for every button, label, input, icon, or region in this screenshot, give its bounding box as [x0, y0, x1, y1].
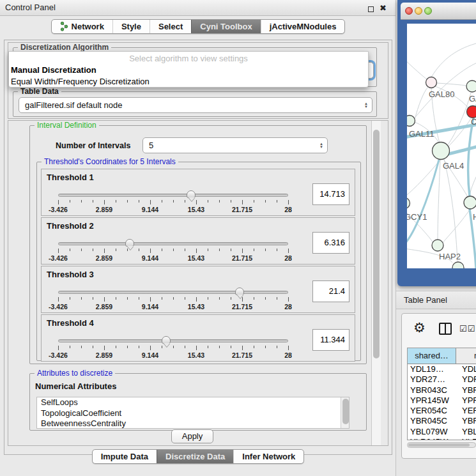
apply-button[interactable]: Apply — [171, 429, 213, 443]
slider-tick — [208, 297, 208, 300]
slider-tick — [139, 249, 139, 251]
slider-tick — [93, 346, 93, 348]
threshold-2-label: Threshold 2 — [47, 221, 94, 231]
slider-tick — [104, 200, 105, 204]
slider-tick — [81, 346, 82, 348]
slider-tick — [277, 297, 277, 300]
slider-tick — [196, 346, 197, 350]
table-row[interactable]: YDR27…YDR2 — [408, 374, 476, 385]
numerical-attributes-list[interactable]: SelfLoops TopologicalCoefficient Between… — [36, 397, 349, 429]
slider-tick — [127, 297, 128, 300]
tab-network[interactable]: Network — [52, 20, 112, 33]
table-row[interactable]: YBL079WYBL0 — [408, 427, 476, 437]
tab-style[interactable]: Style — [112, 20, 150, 33]
slider-tick — [150, 297, 151, 302]
slider-tick — [70, 249, 70, 251]
network-node[interactable] — [433, 142, 450, 160]
list-item[interactable]: SelfLoops — [37, 397, 349, 408]
threshold-1-value-field[interactable]: 14.713 — [312, 183, 349, 205]
slider-thumb[interactable] — [235, 288, 244, 295]
slider-tick — [196, 200, 197, 204]
slider-scale-label: 21.715 — [232, 254, 252, 262]
float-window-icon[interactable] — [368, 6, 374, 12]
slider-thumb[interactable] — [162, 336, 171, 344]
table-row[interactable]: YLR345WYLR3 — [408, 437, 476, 440]
tab-discretize-data[interactable]: Discretize Data — [157, 450, 233, 463]
minimize-traffic-light-icon[interactable] — [415, 7, 422, 15]
network-node[interactable] — [426, 77, 437, 88]
checkbox-icons[interactable]: ☑☑ — [459, 324, 475, 334]
threshold-4-value-field[interactable]: 11.344 — [312, 329, 349, 351]
network-canvas[interactable]: GAL80 GA C GAL11 GAL4 GCY1 H HAP2 — [407, 24, 476, 268]
column-header-name[interactable]: n — [456, 348, 476, 364]
threshold-4-panel: Threshold 4 -3.4262.8599.14415.4321.7152… — [41, 314, 355, 362]
control-panel-titlebar: Control Panel ✖ — [0, 0, 395, 16]
zoom-traffic-light-icon[interactable] — [424, 7, 432, 15]
gear-icon[interactable]: ⚙ — [413, 320, 426, 335]
tab-cyni-toolbox[interactable]: Cyni Toolbox — [191, 20, 260, 33]
slider-tick — [104, 346, 105, 350]
slider-thumb[interactable] — [187, 190, 196, 198]
node-label: GAL80 — [429, 89, 454, 99]
close-icon[interactable]: ✖ — [380, 3, 387, 13]
table-row[interactable]: YDL19…YDL1 — [408, 364, 476, 374]
threshold-3-slider[interactable] — [58, 291, 288, 294]
slider-tick — [208, 346, 208, 348]
list-item[interactable]: BetweennessCentrality — [37, 418, 349, 429]
slider-tick — [70, 200, 70, 203]
table-row[interactable]: YER054CYER0 — [408, 406, 476, 416]
algorithm-option-manual[interactable]: Manual Discretization — [9, 65, 368, 76]
slider-tick — [58, 346, 59, 350]
scrollbar-thumb[interactable] — [373, 130, 380, 358]
list-scrollbar[interactable] — [341, 397, 349, 428]
algorithm-option-equal-width[interactable]: Equal Width/Frequency Discretization — [9, 76, 368, 88]
tab-infer-network[interactable]: Infer Network — [233, 450, 303, 463]
table-horizontal-scrollbar[interactable] — [407, 442, 476, 448]
close-traffic-light-icon[interactable] — [405, 7, 413, 15]
list-item[interactable]: TopologicalCoefficient — [37, 408, 349, 419]
slider-tick — [219, 249, 220, 251]
network-node-selected[interactable] — [467, 106, 476, 118]
network-node[interactable] — [452, 262, 464, 268]
network-node[interactable] — [464, 196, 476, 209]
network-node[interactable] — [432, 240, 443, 251]
table-row[interactable]: YBR043CYBR0 — [408, 385, 476, 395]
slider-tick — [93, 249, 93, 251]
slider-scale-label: -3.426 — [49, 303, 68, 311]
column-header-shared-name[interactable]: shared… — [408, 348, 456, 364]
table-data-group-title: Table Data — [18, 87, 61, 96]
network-view-window[interactable]: GAL80 GA C GAL11 GAL4 GCY1 H HAP2 — [397, 0, 476, 286]
tab-jactivemnodules[interactable]: jActiveMNodules — [261, 20, 345, 33]
settings-vertical-scrollbar[interactable] — [371, 121, 381, 445]
slider-scale-label: -3.426 — [49, 206, 68, 213]
slider-scale-label: 9.144 — [142, 351, 158, 359]
node-label: HAP2 — [439, 252, 461, 261]
node-label: H — [473, 212, 476, 222]
threshold-3-value-field[interactable]: 21.4 — [312, 280, 349, 302]
slider-tick — [173, 249, 174, 251]
table-row[interactable]: YPR145WYPR1 — [408, 395, 476, 406]
table-data-select[interactable]: galFiltered.sif default node ▲▼ — [19, 97, 372, 113]
tab-select[interactable]: Select — [150, 20, 191, 33]
table-data-group: Table Data galFiltered.sif default node … — [13, 91, 377, 117]
slider-tick — [185, 200, 185, 203]
network-node[interactable] — [466, 81, 476, 92]
network-node[interactable] — [407, 116, 415, 127]
network-window-titlebar[interactable] — [401, 3, 476, 20]
table-row[interactable]: YBR045CYBR0 — [408, 416, 476, 426]
slider-scale-label: -3.426 — [49, 254, 68, 262]
columns-icon[interactable] — [439, 323, 452, 335]
network-node[interactable] — [407, 198, 410, 209]
threshold-1-slider[interactable] — [58, 194, 288, 197]
tab-impute-data[interactable]: Impute Data — [93, 450, 157, 463]
threshold-2-value-field[interactable]: 6.316 — [312, 232, 349, 254]
slider-thumb[interactable] — [125, 239, 134, 247]
number-of-intervals-select[interactable]: 5 ▲▼ — [142, 137, 328, 153]
threshold-2-slider[interactable] — [58, 242, 288, 245]
slider-tick — [127, 200, 128, 203]
slider-tick — [58, 249, 59, 253]
threshold-4-slider[interactable] — [58, 339, 288, 342]
slider-tick — [265, 249, 266, 251]
node-attribute-table[interactable]: shared… n YDL19…YDL1 YDR27…YDR2 YBR043CY… — [407, 348, 476, 440]
slider-tick — [196, 297, 197, 302]
